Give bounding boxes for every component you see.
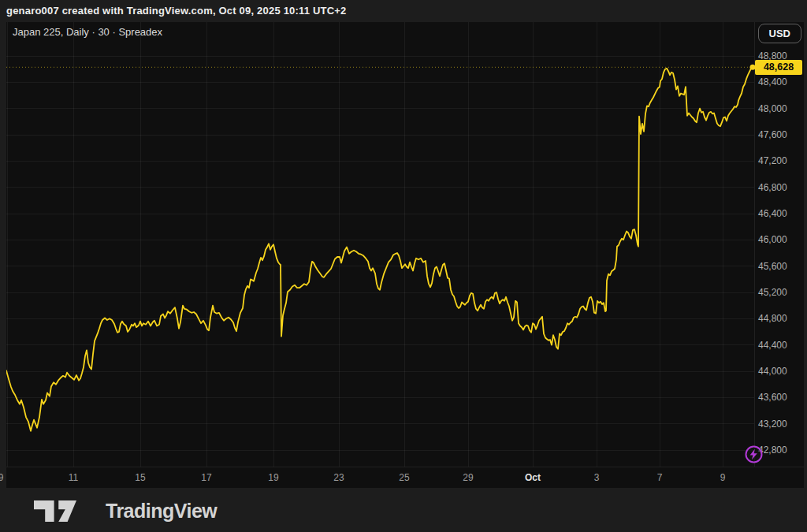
price-axis-label: 45,600: [758, 260, 787, 273]
time-axis-label: Oct: [525, 472, 541, 483]
time-axis-label: 15: [135, 472, 145, 483]
price-axis-label: 44,000: [758, 365, 787, 378]
snapshot-watermark: genaro007 created with TradingView.com, …: [6, 5, 347, 17]
price-axis-label: 46,800: [758, 181, 787, 194]
price-axis-label: 44,400: [758, 339, 787, 352]
time-axis-label: 19: [268, 472, 278, 483]
price-axis-label: 44,800: [758, 312, 787, 325]
tradingview-snapshot: { "header": { "watermark": "genaro007 cr…: [0, 0, 807, 532]
time-axis-label: 23: [333, 472, 344, 483]
price-axis-label: 46,000: [758, 233, 787, 246]
tradingview-logo[interactable]: TradingView: [26, 500, 217, 523]
time-axis-label: 29: [463, 472, 473, 483]
time-axis-label: 25: [399, 472, 409, 483]
time-axis-label: 9: [720, 472, 726, 483]
time-axis-label: 9: [0, 472, 3, 483]
currency-usd-button[interactable]: USD: [758, 24, 801, 43]
last-price-badge: 48,628: [755, 60, 802, 75]
price-axis-label: 47,600: [758, 128, 787, 141]
price-axis-label: 45,200: [758, 286, 787, 299]
chart-pane: Japan 225, Daily · 30 · Spreadex USD 48,…: [6, 22, 804, 488]
price-axis-label: 47,200: [758, 154, 787, 167]
price-axis-label: 46,400: [758, 207, 787, 220]
tradingview-logo-icon: [26, 500, 84, 522]
chart-canvas[interactable]: [6, 22, 804, 488]
price-axis-label: 48,400: [758, 76, 787, 88]
price-axis-label: 48,000: [758, 102, 787, 115]
price-axis-label: 43,200: [758, 418, 787, 430]
time-axis-label: 7: [657, 472, 663, 483]
price-axis-label: 43,600: [758, 391, 787, 404]
flash-icon[interactable]: [743, 444, 764, 465]
time-axis-label: 11: [69, 472, 78, 483]
tradingview-logo-text: TradingView: [106, 500, 217, 523]
symbol-legend[interactable]: Japan 225, Daily · 30 · Spreadex: [13, 26, 162, 38]
time-axis-label: 17: [201, 472, 211, 483]
time-axis-label: 3: [594, 472, 600, 483]
